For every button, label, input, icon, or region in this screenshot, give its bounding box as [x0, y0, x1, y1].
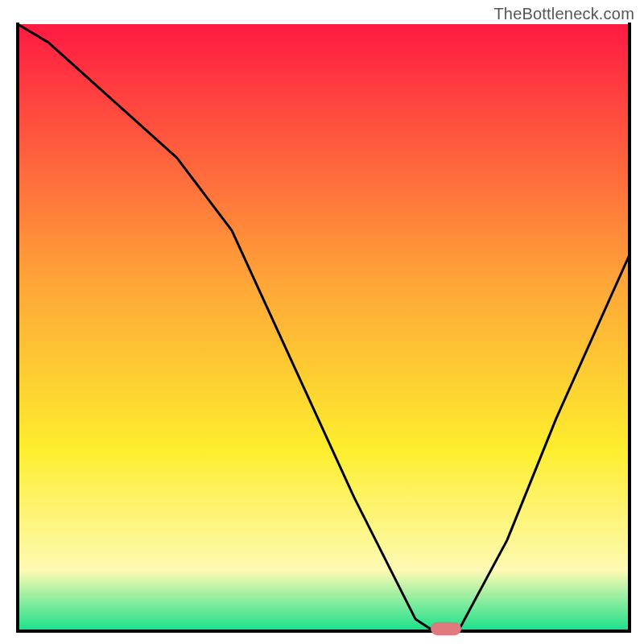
chart-svg [0, 0, 644, 644]
optimal-marker [431, 622, 461, 636]
gradient-background [18, 24, 630, 631]
chart-canvas: { "attribution": "TheBottleneck.com", "c… [0, 0, 644, 644]
attribution-text: TheBottleneck.com [493, 5, 634, 23]
